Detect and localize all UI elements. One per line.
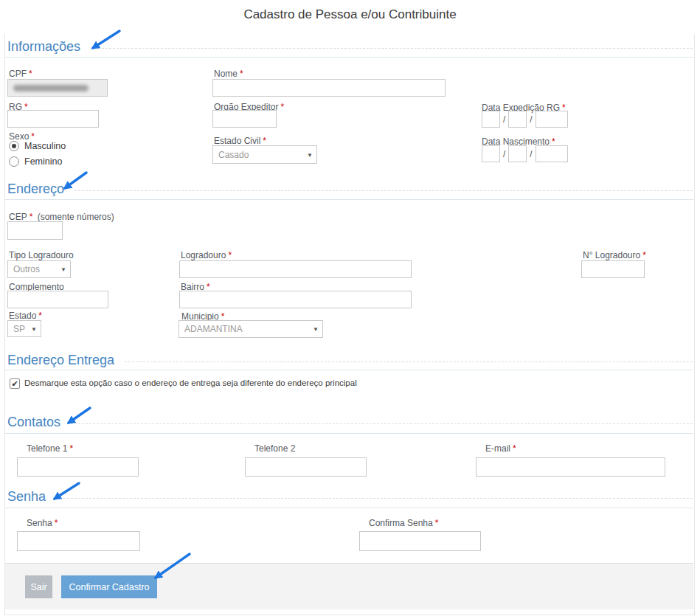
cpf-field [7,79,108,97]
numero-logradouro-input[interactable] [581,260,645,278]
estado-label: Estado* [9,311,42,321]
section-heading-endereco-text: Endereço [7,181,64,197]
chevron-down-icon: ▼ [307,151,313,158]
estado-civil-select[interactable]: Casado ▼ [212,145,317,164]
radio-masculino-label: Masculino [24,141,66,151]
section-heading-senha: Senha [7,488,693,505]
orgao-expeditor-input[interactable] [212,110,277,128]
chevron-down-icon: ▼ [31,325,37,332]
estado-civil-value: Casado [218,150,249,160]
telefone2-label: Telefone 2 [254,443,295,454]
nome-label: Nome* [214,69,243,79]
confirmar-cadastro-button[interactable]: Confirmar Cadastro [61,575,157,598]
form-panel [4,34,695,615]
radio-masculino[interactable] [9,141,19,151]
section-heading-endereco-entrega-text: Endereço Entrega [7,353,114,368]
date-separator: / [503,114,505,125]
section-heading-contatos-text: Contatos [7,415,60,430]
cep-label: CEP* (somente números) [9,212,114,222]
radio-feminino[interactable] [9,156,19,167]
data-expedicao-year-input[interactable] [536,111,568,128]
date-separator: / [503,149,505,159]
tipo-logradouro-value: Outros [13,264,40,274]
check-icon: ✔ [11,380,18,388]
data-nascimento-day-input[interactable] [482,145,500,162]
tipo-logradouro-label: Tipo Logradouro [9,250,74,260]
section-heading-senha-text: Senha [7,489,46,505]
section-heading-endereco: Endereço [7,181,693,197]
complemento-input[interactable] [7,291,108,308]
section-heading-contatos: Contatos [7,414,693,430]
senha-label: Senha* [27,518,58,528]
section-divider [5,199,693,200]
chevron-down-icon: ▼ [313,326,319,333]
data-nascimento-year-input[interactable] [536,145,568,162]
telefone2-input[interactable] [245,457,367,477]
email-input[interactable] [476,457,665,477]
logradouro-input[interactable] [179,260,412,278]
confirma-senha-input[interactable] [359,531,481,551]
radio-feminino-label: Feminino [24,156,62,167]
section-heading-endereco-entrega: Endereço Entrega [7,352,693,368]
heading-dashed-rule [91,48,693,49]
heading-dashed-rule [74,190,693,191]
cep-hint: (somente números) [38,212,114,222]
numero-logradouro-label: N° Logradouro* [583,250,646,260]
confirma-senha-label: Confirma Senha* [369,518,438,528]
date-separator: / [530,149,532,159]
sexo-option-masculino[interactable]: Masculino [9,141,66,151]
section-divider [5,433,693,434]
estado-value: SP [13,324,25,334]
data-expedicao-month-input[interactable] [508,111,527,128]
cpf-label: CPF* [9,69,32,79]
date-separator: / [530,114,532,125]
data-expedicao-group: / / [482,111,568,128]
endereco-entrega-checkbox-row[interactable]: ✔ Desmarque esta opção caso o endereço d… [10,378,659,389]
heading-dashed-rule [56,498,693,499]
endereco-entrega-checkbox-label: Desmarque esta opção caso o endereço de … [24,378,357,387]
heading-dashed-rule [125,361,693,362]
logradouro-label: Logradouro* [181,250,232,260]
data-expedicao-day-input[interactable] [482,111,500,128]
municipio-select[interactable]: ADAMANTINA ▼ [179,320,323,338]
sair-button[interactable]: Sair [25,575,52,598]
registration-page: Cadastro de Pessoa e/ou Contribuinte Inf… [0,0,700,616]
data-nascimento-group: / / [482,145,568,162]
chevron-down-icon: ▼ [60,266,66,273]
page-title: Cadastro de Pessoa e/ou Contribuinte [0,7,700,22]
heading-dashed-rule [71,423,693,424]
municipio-value: ADAMANTINA [184,324,243,334]
footer-bar: Sair Confirmar Cadastro [5,563,693,609]
section-divider [5,370,693,370]
telefone1-input[interactable] [17,457,139,477]
sexo-option-feminino[interactable]: Feminino [9,156,62,167]
estado-civil-label: Estado Civil* [214,136,266,146]
section-heading-informacoes-text: Informações [7,39,80,55]
cpf-redacted-value [13,85,89,91]
data-nascimento-month-input[interactable] [508,145,527,162]
cep-input[interactable] [7,221,63,240]
senha-input[interactable] [17,531,140,551]
bairro-input[interactable] [179,291,412,308]
nome-input[interactable] [212,79,446,97]
section-heading-informacoes: Informações [7,38,693,55]
endereco-entrega-checkbox[interactable]: ✔ [10,378,20,389]
email-label: E-mail* [485,443,516,454]
telefone1-label: Telefone 1* [27,443,73,454]
rg-input[interactable] [7,110,99,128]
estado-select[interactable]: SP ▼ [7,320,41,337]
sexo-label: Sexo* [9,131,35,142]
tipo-logradouro-select[interactable]: Outros ▼ [7,260,71,278]
section-divider [5,508,693,508]
section-divider [5,57,693,58]
